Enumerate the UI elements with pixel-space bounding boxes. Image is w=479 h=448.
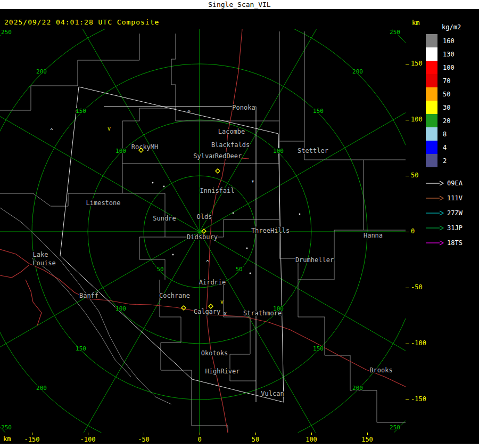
radar-legend-row: 111V xyxy=(426,191,479,206)
range-ring-label: 50 xyxy=(156,266,163,273)
right-axis-label: -150 xyxy=(411,395,426,403)
radar-arrow-icon xyxy=(426,225,444,231)
city-label: Innisfail xyxy=(200,187,234,194)
vil-scale-value: 70 xyxy=(443,77,450,85)
city-label: Drumheller xyxy=(295,256,334,264)
radar-legend-row: 18TS xyxy=(426,235,479,250)
vil-scale-row: 70 xyxy=(426,74,479,87)
vil-scale-value: 160 xyxy=(443,37,455,45)
right-axis-unit-label: km xyxy=(412,19,419,27)
city-label: RockyMH xyxy=(131,143,159,151)
bottom-axis-unit-label: km xyxy=(3,435,11,443)
vil-scale-swatch xyxy=(426,141,437,154)
boundary-line xyxy=(192,404,228,433)
range-ring-label: 200 xyxy=(352,385,363,392)
range-ring xyxy=(0,29,406,433)
range-ring-label: 150 xyxy=(313,108,324,115)
town-dot-icon xyxy=(246,248,248,249)
bottom-axis-label: -50 xyxy=(133,436,154,443)
legend-sidebar: kg/m2 16013010070503020842 09EA111V27ZW3… xyxy=(426,23,479,250)
vil-scale-value: 130 xyxy=(443,51,455,58)
vil-scale-value: 4 xyxy=(443,144,447,151)
radar-map-canvas[interactable]: 1001502002501001502002505010015020025050… xyxy=(0,29,406,433)
bottom-axis-tick xyxy=(200,433,200,435)
city-label: Brooks xyxy=(369,366,392,374)
vil-scale-swatch xyxy=(426,154,437,167)
right-axis-label: 100 xyxy=(411,116,423,123)
radar-site-id: 27ZW xyxy=(447,209,463,217)
vil-scale-row: 8 xyxy=(426,127,479,141)
vil-scale-row: 20 xyxy=(426,114,479,127)
window-titlebar: Single_Scan_VIL xyxy=(0,0,479,9)
boundary-line xyxy=(122,121,139,164)
boundary-line xyxy=(139,34,176,121)
highway-line xyxy=(210,315,406,387)
bottom-axis-tick xyxy=(88,433,88,435)
bottom-axis-tick xyxy=(32,433,32,435)
radar-arrow-icon xyxy=(426,240,444,246)
vil-scale-row: 2 xyxy=(426,154,479,167)
highway-line xyxy=(0,249,205,313)
vil-scale-swatch xyxy=(426,127,437,141)
radar-legend-row: 27ZW xyxy=(426,206,479,221)
town-dot-icon xyxy=(163,186,165,188)
range-ring xyxy=(0,29,406,433)
right-axis-tick xyxy=(406,120,409,120)
town-dot-icon xyxy=(233,213,234,214)
range-ring-label: 50 xyxy=(235,266,242,273)
range-ring-label: 200 xyxy=(36,385,47,392)
vil-scale-value: 20 xyxy=(443,117,450,125)
bottom-axis-label: -150 xyxy=(21,436,43,443)
radar-legend-row: 09EA xyxy=(426,176,479,191)
radar-arrow-icon xyxy=(426,180,444,186)
boundary-line xyxy=(32,258,131,377)
highway-line xyxy=(0,265,29,278)
point-symbol-icon: ^ xyxy=(206,259,209,265)
window-bottom-bar xyxy=(0,444,479,448)
city-label: Sylvan xyxy=(193,152,216,160)
radar-arrow-icon xyxy=(426,195,444,201)
range-ring-label: 250 xyxy=(390,29,400,36)
city-label: Didsbury xyxy=(187,233,218,241)
station-diamond-icon xyxy=(181,306,186,310)
right-axis-label: 0 xyxy=(411,227,415,235)
boundary-line xyxy=(279,205,364,280)
bottom-axis-label: 50 xyxy=(245,436,266,443)
point-symbol-icon: v xyxy=(220,299,224,305)
vil-scale-row: 160 xyxy=(426,34,479,47)
city-label: Lacombe xyxy=(218,128,245,135)
city-label: Limestone xyxy=(86,199,120,207)
point-symbol-icon: ^ xyxy=(50,128,53,134)
city-label: Strathmore xyxy=(243,309,282,317)
radar-site-legend: 09EA111V27ZW31JP18TS xyxy=(426,176,479,250)
right-axis-tick xyxy=(406,232,409,232)
city-label: HighRiver xyxy=(205,368,240,375)
city-label: Calgary xyxy=(194,308,221,315)
vil-scale-swatch xyxy=(426,87,437,101)
bottom-axis-tick xyxy=(311,433,312,435)
vil-scale-row: 50 xyxy=(426,87,479,101)
city-label: Lake xyxy=(33,251,48,258)
city-label: Okotoks xyxy=(201,349,228,357)
vil-scale-swatch xyxy=(426,74,437,87)
city-label: Stettler xyxy=(298,147,328,154)
range-ring-label: 250 xyxy=(390,424,400,431)
right-axis-tick xyxy=(406,344,409,344)
bottom-axis-tick xyxy=(255,433,256,435)
vil-scale-row: 130 xyxy=(426,47,479,61)
station-diamond-icon xyxy=(216,169,220,173)
bottom-axis-label: -100 xyxy=(77,436,98,443)
town-dot-icon xyxy=(172,254,174,256)
vil-scale-value: 2 xyxy=(443,157,447,165)
city-label: Blackfalds xyxy=(211,141,250,149)
bottom-axis-label: 0 xyxy=(189,436,210,443)
right-axis-tick xyxy=(406,400,409,400)
right-axis-label: -100 xyxy=(411,339,426,347)
vil-scale-swatch xyxy=(426,114,437,127)
city-label: Cochrane xyxy=(159,292,190,299)
vil-color-scale: 16013010070503020842 xyxy=(426,34,479,167)
vil-scale-value: 8 xyxy=(443,131,447,138)
radar-map-panel[interactable]: 1001502002501001502002505010015020025050… xyxy=(0,29,406,433)
city-label: Louise xyxy=(32,259,55,267)
bottom-axis-label: 100 xyxy=(301,436,322,443)
